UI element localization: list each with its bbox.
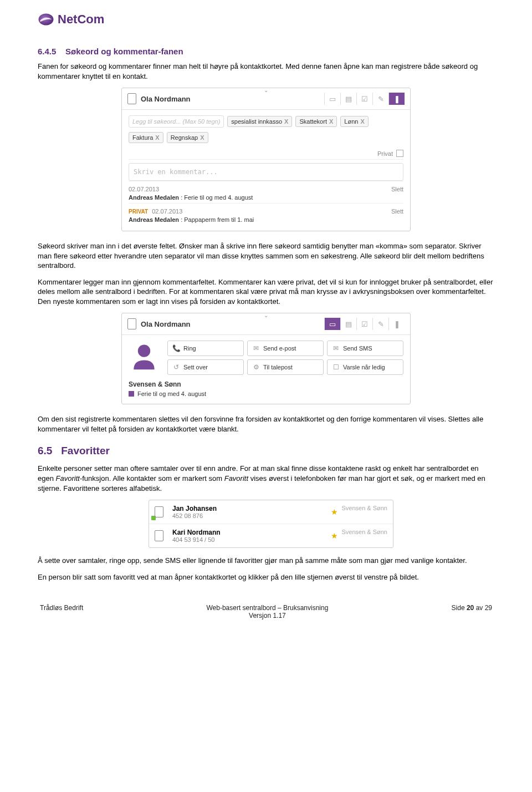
tag-regnskap[interactable]: RegnskapX (167, 132, 208, 143)
mail-icon: ✉ (252, 344, 260, 352)
contact-card-keywords: ⌄ Ola Nordmann ▭ ▤ ☑ ✎ ❚ Legg til søkeor… (121, 88, 411, 231)
tab-card-icon[interactable]: ▤ (340, 93, 356, 105)
section-65-title: Favoritter (61, 445, 110, 456)
delete-link[interactable]: Slett (391, 186, 403, 192)
sett-over-button[interactable]: ↺Sett over (167, 359, 244, 375)
phone-icon (155, 530, 163, 541)
fav-number: 452 08 876 (172, 512, 217, 519)
collapse-icon[interactable]: ⌄ (264, 312, 268, 318)
footer-center: Web-basert sentralbord – Bruksanvisning … (206, 604, 328, 620)
para-65-2: Å sette over samtaler, ringe opp, sende … (38, 556, 494, 566)
comment-date: 02.07.2013 (129, 186, 159, 192)
tag-close-icon[interactable]: X (200, 134, 204, 141)
card1-tabs: ▭ ▤ ☑ ✎ ❚ (324, 93, 405, 105)
collapse-icon[interactable]: ⌄ (264, 87, 268, 93)
delete-link[interactable]: Slett (391, 208, 403, 215)
section-645-num: 6.4.5 (38, 47, 56, 56)
star-icon[interactable]: ★ (331, 507, 338, 516)
fav-name: Jan Johansen (172, 505, 217, 512)
tab-comment-icon[interactable]: ❚ (388, 318, 405, 330)
star-icon[interactable]: ★ (331, 531, 338, 540)
tab-edit-icon[interactable]: ✎ (372, 93, 388, 105)
footer-right: Side 20 av 29 (452, 604, 492, 620)
card2-header: ⌄ Ola Nordmann ▭ ▤ ☑ ✎ ❚ (122, 313, 410, 335)
talepost-button[interactable]: ⚙Til talepost (247, 359, 324, 375)
favorite-row-1[interactable]: Jan Johansen 452 08 876 ★ Svensen & Sønn (149, 500, 393, 524)
varsle-button[interactable]: ☐Varsle når ledig (327, 359, 403, 375)
card2-tabs: ▭ ▤ ☑ ✎ ❚ (324, 318, 405, 330)
comment-textarea[interactable]: Skriv en kommentar... (129, 163, 403, 181)
note-icon (129, 391, 134, 397)
btn-label: Ring (183, 345, 196, 352)
tag-label: Lønn (344, 118, 358, 125)
tag-close-icon[interactable]: X (155, 134, 159, 141)
text-italic: Favoritt (56, 474, 80, 483)
comment-body: Pappaperm frem til 1. mai (184, 216, 254, 223)
tag-label: Regnskap (171, 134, 198, 141)
privat-row: Privat (129, 148, 403, 160)
btn-label: Til talepost (263, 364, 293, 370)
comment-date: 02.07.2013 (152, 208, 182, 215)
tag-label: Skattekort (299, 118, 327, 125)
section-645-title: Søkeord og kommentar-fanen (65, 47, 183, 56)
tab-check-icon[interactable]: ☑ (356, 318, 372, 330)
tag-skattekort[interactable]: SkattekortX (295, 116, 337, 127)
company-name: Svensen & Sønn (129, 380, 403, 388)
tag-lonn[interactable]: LønnX (340, 116, 368, 127)
tag-spesialist[interactable]: spesialist innkassoX (227, 116, 292, 127)
para-645-2: Søkeord skriver man inn i det øverste fe… (38, 241, 494, 271)
tag-label: spesialist innkasso (231, 118, 282, 125)
notify-icon: ☐ (332, 363, 340, 371)
tag-faktura[interactable]: FakturaX (129, 132, 163, 143)
send-sms-button[interactable]: ✉Send SMS (327, 341, 403, 356)
comment-body: Ferie til og med 4. august (184, 194, 253, 201)
privat-label: Privat (377, 150, 393, 157)
contact-card-front: ⌄ Ola Nordmann ▭ ▤ ☑ ✎ ❚ 📞Ring ✉Send e-p… (121, 313, 411, 404)
fav-number: 404 53 914 / 50 (172, 536, 221, 543)
phone-icon (127, 318, 136, 329)
avatar-icon (129, 341, 160, 372)
phone-icon (155, 506, 163, 517)
para-645-1: Fanen for søkeord og kommentarer finner … (38, 62, 494, 81)
comment-entry-1: 02.07.2013 Slett Andreas Medalen : Ferie… (129, 181, 403, 203)
note-text: Ferie til og med 4. august (137, 390, 206, 397)
tab-check-icon[interactable]: ☑ (356, 93, 372, 105)
fav-company: Svensen & Sønn (341, 505, 387, 511)
brand-logo: NetCom (38, 11, 494, 28)
card2-contact-name: Ola Nordmann (141, 320, 191, 328)
favorite-row-2[interactable]: Kari Nordmann 404 53 914 / 50 ★ Svensen … (149, 524, 393, 547)
footer-page-num: 20 (467, 604, 474, 612)
phone-icon: 📞 (172, 344, 180, 352)
tab-details-icon[interactable]: ▭ (324, 318, 340, 330)
send-epost-button[interactable]: ✉Send e-post (247, 341, 324, 356)
section-645-heading: 6.4.5 Søkeord og kommentar-fanen (38, 47, 494, 56)
tag-close-icon[interactable]: X (360, 118, 364, 125)
privat-checkbox[interactable] (396, 150, 403, 157)
text: -funksjon. Alle kontakter som er markert… (80, 474, 224, 483)
tab-card-icon[interactable]: ▤ (340, 318, 356, 330)
btn-label: Varsle når ledig (343, 364, 385, 370)
sms-icon: ✉ (332, 344, 340, 352)
svg-point-1 (138, 345, 150, 357)
footer-page-post: av 29 (474, 604, 492, 612)
tag-close-icon[interactable]: X (329, 118, 333, 125)
tab-details-icon[interactable]: ▭ (324, 93, 340, 105)
tab-comment-icon[interactable]: ❚ (388, 93, 405, 105)
footer-title: Web-basert sentralbord – Bruksanvisning (206, 604, 328, 612)
footer-version: Versjon 1.17 (249, 612, 286, 620)
tag-close-icon[interactable]: X (284, 118, 288, 125)
swirl-icon (38, 11, 54, 28)
btn-label: Send SMS (343, 345, 372, 352)
card1-contact-name: Ola Nordmann (141, 95, 191, 103)
comment-entry-2: PRIVAT 02.07.2013 Slett Andreas Medalen … (129, 203, 403, 225)
tab-edit-icon[interactable]: ✎ (372, 318, 388, 330)
footer-left: Trådløs Bedrift (40, 604, 83, 620)
section-65-num: 6.5 (38, 445, 52, 456)
action-grid: 📞Ring ✉Send e-post ✉Send SMS ↺Sett over … (167, 341, 403, 375)
voicemail-icon: ⚙ (252, 363, 260, 371)
privat-tag: PRIVAT (129, 209, 148, 215)
card1-header: ⌄ Ola Nordmann ▭ ▤ ☑ ✎ ❚ (122, 88, 410, 110)
ring-button[interactable]: 📞Ring (167, 341, 244, 356)
keyword-input[interactable]: Legg til søkeord... (Max 50 tegn) (129, 115, 224, 128)
btn-label: Send e-post (263, 345, 296, 352)
